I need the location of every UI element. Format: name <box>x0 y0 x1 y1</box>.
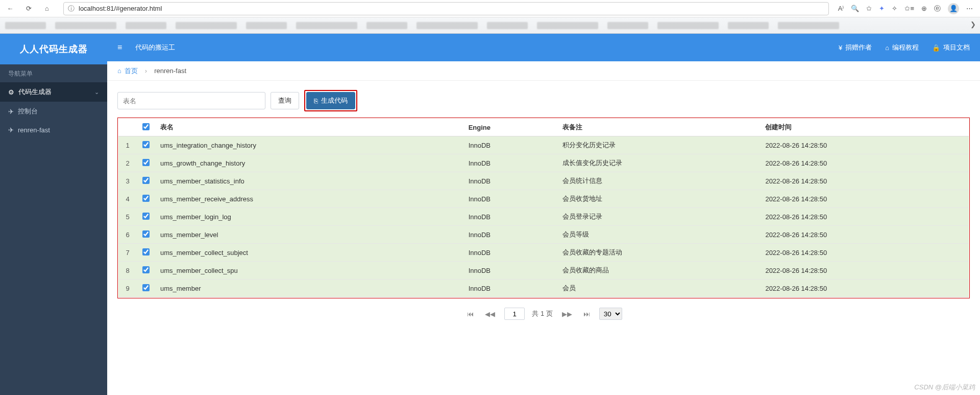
topbar-link-label: 项目文档 <box>943 43 970 52</box>
cell-comment: 会员等级 <box>557 226 761 244</box>
sidebar-item-2[interactable]: ✈renren-fast <box>0 121 107 139</box>
row-index: 4 <box>118 190 137 208</box>
row-checkbox[interactable] <box>142 266 150 273</box>
search-button[interactable]: 查询 <box>271 92 299 109</box>
yen-icon: ¥ <box>839 44 842 52</box>
cell-engine: InnoDB <box>463 190 557 208</box>
profile-icon[interactable]: 👤 <box>948 3 959 14</box>
breadcrumb-home-label: 首页 <box>125 66 138 76</box>
cell-engine: InnoDB <box>463 244 557 262</box>
topbar: ≡ 代码的搬运工 ¥捐赠作者⌂编程教程🔒项目文档 <box>107 34 980 61</box>
read-aloud-icon[interactable]: A⁾ <box>838 5 844 12</box>
cell-created: 2022-08-26 14:28:50 <box>760 172 969 190</box>
extensions-icon[interactable]: ✧ <box>892 5 897 12</box>
ie-mode-icon[interactable]: ⓔ <box>934 4 941 13</box>
first-page-icon[interactable]: ⏮ <box>465 309 476 319</box>
generate-button[interactable]: ⎘ 生成代码 <box>306 92 355 109</box>
plane-icon: ✈ <box>8 108 14 115</box>
browser-toolbar: ← ⟳ ⌂ ⓘ A⁾ 🔍 ✩ ✦ ✧ ✩≡ ⊕ ⓔ 👤 ⋯ <box>0 0 980 17</box>
table-row[interactable]: 1ums_integration_change_historyInnoDB积分变… <box>118 136 969 154</box>
cell-comment: 会员收货地址 <box>557 190 761 208</box>
row-checkbox[interactable] <box>142 159 150 166</box>
favorite-icon[interactable]: ✩ <box>866 5 872 12</box>
table-row[interactable]: 7ums_member_collect_subjectInnoDB会员收藏的专题… <box>118 244 969 262</box>
table-row[interactable]: 5ums_member_login_logInnoDB会员登录记录2022-08… <box>118 208 969 226</box>
prev-page-icon[interactable]: ◀◀ <box>483 309 497 319</box>
row-index: 6 <box>118 226 137 244</box>
sidebar-item-label: 控制台 <box>18 107 38 116</box>
table-row[interactable]: 6ums_member_levelInnoDB会员等级2022-08-26 14… <box>118 226 969 244</box>
table-row[interactable]: 2ums_growth_change_historyInnoDB成长值变化历史记… <box>118 154 969 172</box>
row-checkbox[interactable] <box>142 230 150 238</box>
row-checkbox[interactable] <box>142 195 150 202</box>
lock-icon: 🔒 <box>932 44 940 52</box>
cell-name: ums_member <box>155 280 463 297</box>
row-index: 1 <box>118 136 137 154</box>
cell-comment: 成长值变化历史记录 <box>557 154 761 172</box>
address-bar[interactable]: ⓘ <box>63 2 829 15</box>
cell-created: 2022-08-26 14:28:50 <box>760 154 969 172</box>
cell-name: ums_integration_change_history <box>155 136 463 154</box>
row-checkbox[interactable] <box>142 248 150 255</box>
last-page-icon[interactable]: ⏭ <box>581 309 592 319</box>
menu-toggle-icon[interactable]: ≡ <box>117 43 122 52</box>
page-size-select[interactable]: 30 <box>599 308 622 320</box>
cell-created: 2022-08-26 14:28:50 <box>760 280 969 297</box>
bookmarks-overflow-icon[interactable]: ❯ <box>970 20 976 28</box>
generate-highlight: ⎘ 生成代码 <box>304 90 357 111</box>
cell-comment: 积分变化历史记录 <box>557 136 761 154</box>
topbar-link-0[interactable]: ¥捐赠作者 <box>839 43 872 52</box>
code-icon: ⎘ <box>314 97 318 105</box>
breadcrumb-home[interactable]: ⌂ 首页 <box>117 66 138 76</box>
cell-engine: InnoDB <box>463 280 557 297</box>
row-checkbox[interactable] <box>142 213 150 220</box>
back-icon[interactable]: ← <box>4 3 16 15</box>
next-page-icon[interactable]: ▶▶ <box>560 309 574 319</box>
breadcrumb-current: renren-fast <box>154 67 186 75</box>
zoom-icon[interactable]: 🔍 <box>851 5 859 12</box>
topbar-link-label: 捐赠作者 <box>845 43 872 52</box>
extension-bird-icon[interactable]: ✦ <box>879 5 885 12</box>
page-input[interactable] <box>504 308 525 320</box>
cell-name: ums_member_collect_spu <box>155 262 463 280</box>
cell-created: 2022-08-26 14:28:50 <box>760 208 969 226</box>
url-input[interactable] <box>79 5 824 12</box>
toolbar: 查询 ⎘ 生成代码 <box>117 90 970 111</box>
breadcrumb-sep: › <box>145 67 147 75</box>
table-highlight: 表名 Engine 表备注 创建时间 1ums_integration_chan… <box>117 118 970 298</box>
row-checkbox[interactable] <box>142 284 150 291</box>
sidebar-item-label: renren-fast <box>18 126 50 134</box>
row-index: 3 <box>118 172 137 190</box>
cell-engine: InnoDB <box>463 136 557 154</box>
cell-engine: InnoDB <box>463 208 557 226</box>
home-icon[interactable]: ⌂ <box>41 3 53 15</box>
bookmarks-bar: ❯ <box>0 17 980 34</box>
select-all-checkbox[interactable] <box>142 123 150 130</box>
col-created: 创建时间 <box>760 119 969 136</box>
cell-created: 2022-08-26 14:28:50 <box>760 244 969 262</box>
favorites-bar-icon[interactable]: ✩≡ <box>904 5 914 12</box>
row-index: 5 <box>118 208 137 226</box>
table-row[interactable]: 4ums_member_receive_addressInnoDB会员收货地址2… <box>118 190 969 208</box>
sidebar-item-1[interactable]: ✈控制台 <box>0 102 107 121</box>
col-index <box>118 119 137 136</box>
search-input[interactable] <box>117 92 265 109</box>
cell-name: ums_growth_change_history <box>155 154 463 172</box>
sidebar-item-0[interactable]: ⚙代码生成器⌄ <box>0 82 107 102</box>
gear-icon: ⚙ <box>8 88 14 96</box>
cell-comment: 会员登录记录 <box>557 208 761 226</box>
row-index: 9 <box>118 280 137 297</box>
data-table: 表名 Engine 表备注 创建时间 1ums_integration_chan… <box>118 119 969 297</box>
topbar-link-1[interactable]: ⌂编程教程 <box>885 43 919 52</box>
table-row[interactable]: 9ums_memberInnoDB会员2022-08-26 14:28:50 <box>118 280 969 297</box>
table-row[interactable]: 3ums_member_statistics_infoInnoDB会员统计信息2… <box>118 172 969 190</box>
row-checkbox[interactable] <box>142 177 150 184</box>
row-checkbox[interactable] <box>142 141 150 148</box>
topbar-link-2[interactable]: 🔒项目文档 <box>932 43 970 52</box>
refresh-icon[interactable]: ⟳ <box>22 3 35 15</box>
collections-icon[interactable]: ⊕ <box>921 5 927 12</box>
sidebar: 人人代码生成器 导航菜单 ⚙代码生成器⌄✈控制台✈renren-fast <box>0 34 107 395</box>
more-icon[interactable]: ⋯ <box>966 5 973 12</box>
row-index: 2 <box>118 154 137 172</box>
table-row[interactable]: 8ums_member_collect_spuInnoDB会员收藏的商品2022… <box>118 262 969 280</box>
